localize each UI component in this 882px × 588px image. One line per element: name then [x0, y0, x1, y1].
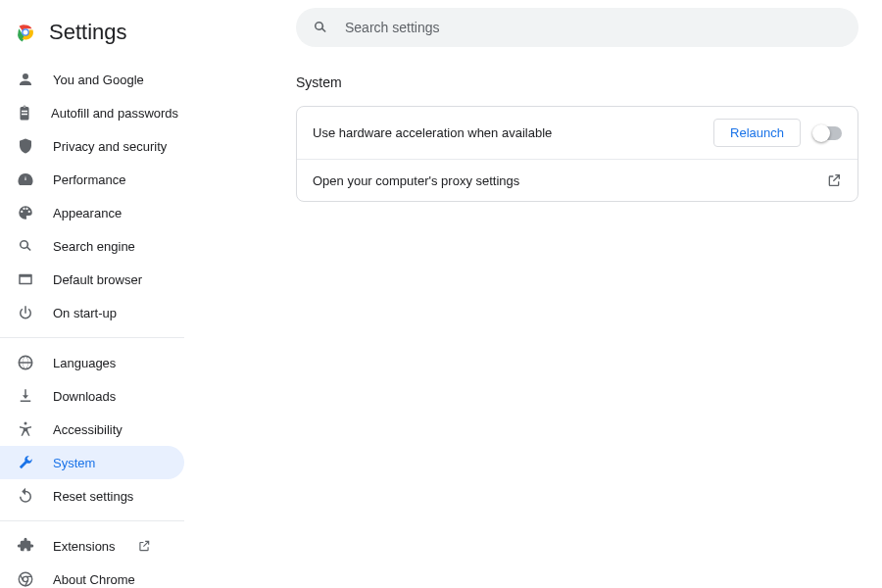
sidebar-item-label: Accessibility: [53, 422, 122, 437]
sidebar-item-label: Appearance: [53, 206, 122, 220]
settings-card: Use hardware acceleration when available…: [296, 106, 858, 202]
sidebar-item-reset[interactable]: Reset settings: [0, 479, 184, 513]
extension-icon: [16, 537, 35, 555]
accessibility-icon: [16, 420, 35, 438]
divider: [0, 337, 184, 338]
sidebar-item-label: System: [53, 456, 95, 470]
sidebar-item-label: Autofill and passwords: [51, 106, 178, 121]
search-input[interactable]: [345, 20, 843, 35]
sidebar-item-label: Privacy and security: [53, 139, 167, 154]
globe-icon: [16, 354, 35, 371]
sidebar-item-you-and-google[interactable]: You and Google: [0, 63, 184, 96]
sidebar-item-label: On start-up: [53, 306, 117, 320]
sidebar-item-label: Extensions: [53, 539, 116, 554]
row-hardware-acceleration: Use hardware acceleration when available…: [297, 107, 858, 160]
row-label: Use hardware acceleration when available: [313, 125, 713, 140]
sidebar-item-languages[interactable]: Languages: [0, 346, 184, 379]
row-proxy-settings[interactable]: Open your computer's proxy settings: [297, 160, 858, 201]
speedometer-icon: [16, 171, 35, 188]
sidebar-item-extensions[interactable]: Extensions: [0, 529, 184, 563]
svg-point-2: [24, 30, 28, 35]
sidebar-item-label: Search engine: [53, 239, 135, 254]
sidebar-item-label: Default browser: [53, 272, 142, 287]
sidebar-item-label: You and Google: [53, 73, 144, 87]
section-title: System: [296, 74, 858, 90]
search-icon: [312, 19, 329, 36]
search-bar[interactable]: [296, 8, 858, 47]
power-icon: [16, 304, 35, 321]
sidebar-item-appearance[interactable]: Appearance: [0, 196, 184, 229]
user-icon: [16, 71, 35, 88]
browser-icon: [16, 270, 35, 288]
brand: Settings: [0, 10, 243, 63]
sidebar-item-autofill[interactable]: Autofill and passwords: [0, 96, 184, 129]
sidebar-item-label: Performance: [53, 172, 125, 187]
sidebar-item-performance[interactable]: Performance: [0, 163, 184, 196]
chrome-logo-icon: [16, 23, 35, 42]
palette-icon: [16, 204, 35, 221]
sidebar-item-on-startup[interactable]: On start-up: [0, 296, 184, 329]
download-icon: [16, 387, 35, 405]
sidebar-item-label: Reset settings: [53, 489, 133, 504]
divider: [0, 520, 184, 521]
wrench-icon: [16, 454, 35, 471]
hardware-accel-toggle[interactable]: [814, 126, 842, 140]
row-label: Open your computer's proxy settings: [313, 173, 826, 188]
page-title: Settings: [49, 20, 127, 45]
sidebar-item-label: Languages: [53, 356, 116, 370]
sidebar: Settings You and Google Autofill and pas…: [0, 0, 243, 588]
shield-icon: [16, 137, 35, 155]
relaunch-button[interactable]: Relaunch: [713, 119, 801, 147]
sidebar-item-about-chrome[interactable]: About Chrome: [0, 563, 184, 588]
open-in-new-icon: [137, 539, 151, 553]
sidebar-item-system[interactable]: System: [0, 446, 184, 479]
clipboard-icon: [16, 104, 33, 122]
open-in-new-icon: [826, 172, 842, 188]
sidebar-item-label: About Chrome: [53, 572, 135, 587]
sidebar-item-downloads[interactable]: Downloads: [0, 379, 184, 413]
sidebar-item-default-browser[interactable]: Default browser: [0, 263, 184, 296]
sidebar-item-accessibility[interactable]: Accessibility: [0, 413, 184, 446]
chrome-outline-icon: [16, 570, 35, 588]
main-content: System Use hardware acceleration when av…: [243, 0, 882, 588]
restore-icon: [16, 487, 35, 505]
sidebar-item-search-engine[interactable]: Search engine: [0, 229, 184, 263]
search-icon: [16, 237, 35, 255]
sidebar-item-privacy[interactable]: Privacy and security: [0, 129, 184, 163]
sidebar-item-label: Downloads: [53, 389, 116, 404]
